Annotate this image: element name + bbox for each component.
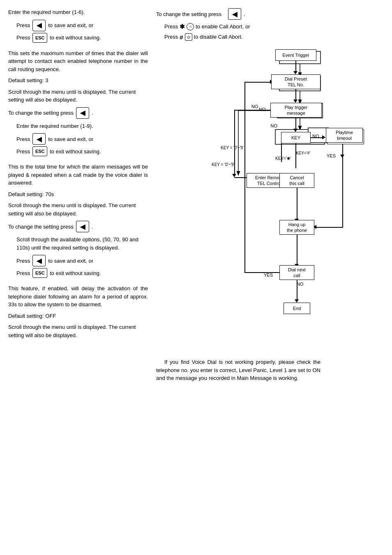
press-label-6: Press bbox=[16, 270, 30, 276]
section1-intro: Enter the required number (1-6). bbox=[8, 8, 148, 16]
call-abort-lines: Press ✱ ○ to enable Call Abort, or Press… bbox=[164, 21, 384, 42]
press-label-ca2: Press bbox=[164, 32, 178, 42]
press-label-5: Press bbox=[16, 258, 30, 264]
section4-default: Default setting: OFF bbox=[8, 312, 148, 320]
call-abort-disable-text: to disable Call Abort. bbox=[194, 32, 243, 42]
section3-body: This is the total time for which the ala… bbox=[8, 163, 148, 187]
press-esc-text-2: to exit without saving. bbox=[50, 148, 101, 155]
call-abort-section: To change the setting press ◀ . Press ✱ … bbox=[156, 8, 384, 42]
section-3: This is the total time for which the ala… bbox=[8, 163, 148, 278]
key-box-fc: KEY bbox=[281, 132, 311, 143]
section3-scroll: Scroll through the menu until is display… bbox=[8, 201, 148, 217]
change-text-3: To change the setting press bbox=[8, 224, 74, 230]
flowchart-wrapper: Event Trigger Dial Preset TEL No. Play t… bbox=[156, 47, 384, 352]
section4-body: This feature, if enabled, will delay the… bbox=[8, 284, 148, 309]
voicedial-note: If you find Voice Dial is not working pr… bbox=[156, 358, 321, 382]
section4-scroll: Scroll through the menu until is display… bbox=[8, 323, 148, 339]
circle-icon: ○ bbox=[187, 23, 194, 30]
dial-next-box: Dial next call bbox=[279, 265, 314, 280]
enter-key-3: ◀ bbox=[32, 133, 46, 145]
hash-symbol: # bbox=[180, 32, 183, 43]
change-setting-row-3: To change the setting press ◀ . bbox=[8, 221, 148, 232]
press-label-4: Press bbox=[16, 148, 30, 155]
call-abort-change-label: To change the setting press bbox=[156, 11, 221, 17]
end-box: End bbox=[284, 303, 310, 314]
section-1: Enter the required number (1-6). Press ◀… bbox=[8, 8, 148, 43]
section2-enter: Enter the required number (1-9). bbox=[16, 122, 148, 130]
section3-options: Scroll through the available options, (5… bbox=[16, 236, 148, 252]
press-row-save-3: Press ◀ to save and exit, or bbox=[16, 255, 148, 266]
press-label-2: Press bbox=[16, 35, 30, 41]
period-2: . bbox=[92, 110, 93, 116]
esc-key-1: ESC bbox=[32, 33, 47, 43]
press-save-text-1: to save and exit, or bbox=[48, 22, 93, 28]
press-row-esc-2: Press ESC to exit without saving. bbox=[16, 146, 148, 156]
press-esc-text-1: to exit without saving. bbox=[50, 35, 101, 41]
esc-key-2: ESC bbox=[32, 146, 47, 156]
press-row-save-2: Press ◀ to save and exit, or bbox=[16, 133, 148, 145]
section2-scroll: Scroll through the menu until is display… bbox=[8, 88, 148, 104]
press-row-esc-3: Press ESC to exit without saving. bbox=[16, 268, 148, 278]
playtime-box: Playtime timeout bbox=[326, 128, 363, 143]
press-label-3: Press bbox=[16, 136, 30, 142]
voicedial-note-text: If you find Voice Dial is not working pr… bbox=[156, 358, 321, 382]
gear-icon: ⊙ bbox=[185, 33, 192, 41]
call-abort-period: . bbox=[244, 11, 245, 17]
call-abort-change-row: To change the setting press ◀ . bbox=[156, 8, 384, 20]
section-2: This sets the maximum number of times th… bbox=[8, 49, 148, 157]
left-column: Enter the required number (1-6). Press ◀… bbox=[8, 8, 148, 386]
press-label-ca1: Press bbox=[164, 22, 178, 31]
enter-key-call-abort: ◀ bbox=[228, 8, 241, 20]
change-setting-row-2: To change the setting press ◀ . bbox=[8, 107, 148, 119]
period-3: . bbox=[92, 224, 93, 230]
flowchart-html: Event Trigger Dial Preset TEL No. Play t… bbox=[156, 47, 329, 352]
section2-body: This sets the maximum number of times th… bbox=[8, 49, 148, 74]
press-save-text-3: to save and exit, or bbox=[48, 258, 93, 264]
press-esc-text-3: to exit without saving. bbox=[50, 270, 101, 276]
right-column: To change the setting press ◀ . Press ✱ … bbox=[156, 8, 384, 386]
event-trigger-box: Event Trigger bbox=[275, 49, 316, 61]
enter-key-4: ◀ bbox=[76, 221, 89, 232]
section2-default: Default setting: 3 bbox=[8, 76, 148, 85]
change-text-2: To change the setting press bbox=[8, 110, 74, 116]
call-abort-enable-row: Press ✱ ○ to enable Call Abort, or bbox=[164, 21, 384, 32]
call-abort-enable-text: to enable Call Abort, or bbox=[196, 22, 250, 31]
press-row-save-1: Press ◀ to save and exit, or bbox=[16, 20, 148, 31]
cancel-call-box: Cancel this call bbox=[279, 173, 314, 188]
play-trigger-box: Play trigger message bbox=[270, 103, 322, 118]
hang-up-box: Hang up the phone bbox=[279, 220, 314, 235]
press-label: Press bbox=[16, 22, 30, 28]
press-row-esc-1: Press ESC to exit without saving. bbox=[16, 33, 148, 43]
star-symbol: ✱ bbox=[180, 21, 185, 32]
page-layout: Enter the required number (1-6). Press ◀… bbox=[8, 8, 384, 386]
esc-key-3: ESC bbox=[32, 268, 47, 278]
press-save-text-2: to save and exit, or bbox=[48, 136, 93, 142]
section3-default: Default setting: 70s bbox=[8, 190, 148, 199]
enter-key-1: ◀ bbox=[32, 20, 46, 31]
enter-key-5: ◀ bbox=[32, 255, 46, 266]
dial-preset-box: Dial Preset TEL No. bbox=[271, 74, 321, 89]
enter-key-2: ◀ bbox=[76, 107, 89, 119]
section-4: This feature, if enabled, will delay the… bbox=[8, 284, 148, 339]
call-abort-disable-row: Press # ⊙ to disable Call Abort. bbox=[164, 32, 384, 43]
